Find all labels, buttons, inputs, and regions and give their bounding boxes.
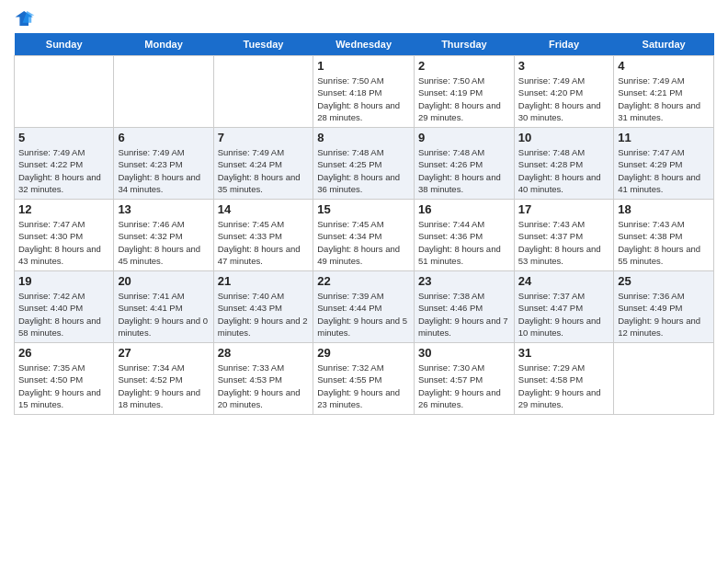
logo-icon — [14, 9, 36, 28]
day-header-thursday: Thursday — [414, 33, 514, 56]
day-number: 15 — [317, 202, 410, 216]
day-number: 17 — [518, 202, 609, 216]
day-number: 6 — [118, 131, 209, 144]
day-number: 21 — [218, 274, 310, 288]
day-header-monday: Monday — [114, 33, 213, 56]
calendar-cell: 2Sunrise: 7:50 AM Sunset: 4:19 PM Daylig… — [414, 56, 514, 128]
day-number: 3 — [518, 59, 609, 73]
day-number: 13 — [118, 202, 209, 216]
page-header — [14, 9, 714, 28]
calendar-cell — [213, 56, 313, 128]
calendar-cell: 8Sunrise: 7:48 AM Sunset: 4:25 PM Daylig… — [313, 128, 415, 200]
calendar-cell: 29Sunrise: 7:32 AM Sunset: 4:55 PM Dayli… — [313, 343, 415, 415]
calendar-cell: 5Sunrise: 7:49 AM Sunset: 4:22 PM Daylig… — [15, 128, 114, 200]
day-info: Sunrise: 7:48 AM Sunset: 4:25 PM Dayligh… — [317, 146, 410, 195]
calendar-cell: 10Sunrise: 7:48 AM Sunset: 4:28 PM Dayli… — [514, 128, 613, 200]
week-row-2: 5Sunrise: 7:49 AM Sunset: 4:22 PM Daylig… — [15, 128, 714, 200]
day-info: Sunrise: 7:47 AM Sunset: 4:29 PM Dayligh… — [618, 146, 710, 195]
week-row-5: 26Sunrise: 7:35 AM Sunset: 4:50 PM Dayli… — [15, 343, 714, 415]
calendar-cell: 14Sunrise: 7:45 AM Sunset: 4:33 PM Dayli… — [213, 200, 313, 271]
day-info: Sunrise: 7:34 AM Sunset: 4:52 PM Dayligh… — [118, 362, 209, 410]
calendar-cell: 9Sunrise: 7:48 AM Sunset: 4:26 PM Daylig… — [414, 128, 514, 200]
day-info: Sunrise: 7:32 AM Sunset: 4:55 PM Dayligh… — [317, 362, 410, 410]
day-number: 27 — [118, 346, 209, 360]
calendar-cell: 6Sunrise: 7:49 AM Sunset: 4:23 PM Daylig… — [114, 128, 213, 200]
day-info: Sunrise: 7:40 AM Sunset: 4:43 PM Dayligh… — [218, 290, 310, 339]
day-header-friday: Friday — [514, 33, 613, 56]
calendar-cell — [15, 56, 114, 128]
day-header-tuesday: Tuesday — [213, 33, 313, 56]
days-header-row: SundayMondayTuesdayWednesdayThursdayFrid… — [15, 33, 714, 56]
day-info: Sunrise: 7:38 AM Sunset: 4:46 PM Dayligh… — [418, 290, 510, 339]
day-header-sunday: Sunday — [15, 33, 114, 56]
calendar-cell: 30Sunrise: 7:30 AM Sunset: 4:57 PM Dayli… — [414, 343, 514, 415]
day-number: 23 — [418, 274, 510, 288]
day-info: Sunrise: 7:37 AM Sunset: 4:47 PM Dayligh… — [518, 290, 609, 339]
calendar-cell: 3Sunrise: 7:49 AM Sunset: 4:20 PM Daylig… — [514, 56, 613, 128]
day-number: 25 — [618, 274, 710, 288]
calendar-cell: 25Sunrise: 7:36 AM Sunset: 4:49 PM Dayli… — [614, 271, 714, 343]
day-info: Sunrise: 7:33 AM Sunset: 4:53 PM Dayligh… — [218, 362, 310, 410]
day-number: 2 — [418, 59, 510, 73]
calendar-cell: 20Sunrise: 7:41 AM Sunset: 4:41 PM Dayli… — [114, 271, 213, 343]
calendar-cell: 21Sunrise: 7:40 AM Sunset: 4:43 PM Dayli… — [213, 271, 313, 343]
calendar-cell: 27Sunrise: 7:34 AM Sunset: 4:52 PM Dayli… — [114, 343, 213, 415]
day-number: 22 — [317, 274, 410, 288]
day-info: Sunrise: 7:44 AM Sunset: 4:36 PM Dayligh… — [418, 218, 510, 267]
day-number: 26 — [18, 346, 109, 360]
day-header-saturday: Saturday — [614, 33, 714, 56]
week-row-4: 19Sunrise: 7:42 AM Sunset: 4:40 PM Dayli… — [15, 271, 714, 343]
day-number: 7 — [218, 131, 310, 144]
day-info: Sunrise: 7:29 AM Sunset: 4:58 PM Dayligh… — [518, 362, 609, 410]
calendar-cell: 26Sunrise: 7:35 AM Sunset: 4:50 PM Dayli… — [15, 343, 114, 415]
day-number: 20 — [118, 274, 209, 288]
week-row-3: 12Sunrise: 7:47 AM Sunset: 4:30 PM Dayli… — [15, 200, 714, 271]
page-container: SundayMondayTuesdayWednesdayThursdayFrid… — [0, 0, 728, 424]
calendar-cell: 12Sunrise: 7:47 AM Sunset: 4:30 PM Dayli… — [15, 200, 114, 271]
calendar-cell: 16Sunrise: 7:44 AM Sunset: 4:36 PM Dayli… — [414, 200, 514, 271]
day-info: Sunrise: 7:46 AM Sunset: 4:32 PM Dayligh… — [118, 218, 209, 267]
day-number: 31 — [518, 346, 609, 360]
day-info: Sunrise: 7:45 AM Sunset: 4:33 PM Dayligh… — [218, 218, 310, 267]
day-info: Sunrise: 7:48 AM Sunset: 4:26 PM Dayligh… — [418, 146, 510, 195]
day-number: 5 — [18, 131, 109, 144]
day-info: Sunrise: 7:49 AM Sunset: 4:24 PM Dayligh… — [218, 146, 310, 195]
day-number: 8 — [317, 131, 410, 144]
day-info: Sunrise: 7:45 AM Sunset: 4:34 PM Dayligh… — [317, 218, 410, 267]
day-info: Sunrise: 7:49 AM Sunset: 4:21 PM Dayligh… — [618, 75, 710, 123]
day-number: 14 — [218, 202, 310, 216]
logo — [14, 9, 40, 28]
day-number: 16 — [418, 202, 510, 216]
calendar-cell: 23Sunrise: 7:38 AM Sunset: 4:46 PM Dayli… — [414, 271, 514, 343]
calendar-cell: 13Sunrise: 7:46 AM Sunset: 4:32 PM Dayli… — [114, 200, 213, 271]
calendar-cell: 15Sunrise: 7:45 AM Sunset: 4:34 PM Dayli… — [313, 200, 415, 271]
day-number: 1 — [317, 59, 410, 73]
day-info: Sunrise: 7:43 AM Sunset: 4:38 PM Dayligh… — [618, 218, 710, 267]
day-number: 19 — [18, 274, 109, 288]
calendar-cell: 17Sunrise: 7:43 AM Sunset: 4:37 PM Dayli… — [514, 200, 613, 271]
day-info: Sunrise: 7:49 AM Sunset: 4:20 PM Dayligh… — [518, 75, 609, 123]
calendar-cell: 19Sunrise: 7:42 AM Sunset: 4:40 PM Dayli… — [15, 271, 114, 343]
calendar-cell — [614, 343, 714, 415]
calendar-cell: 18Sunrise: 7:43 AM Sunset: 4:38 PM Dayli… — [614, 200, 714, 271]
day-info: Sunrise: 7:43 AM Sunset: 4:37 PM Dayligh… — [518, 218, 609, 267]
day-number: 29 — [317, 346, 410, 360]
day-info: Sunrise: 7:49 AM Sunset: 4:22 PM Dayligh… — [18, 146, 109, 195]
day-number: 18 — [618, 202, 710, 216]
day-info: Sunrise: 7:50 AM Sunset: 4:19 PM Dayligh… — [418, 75, 510, 123]
day-info: Sunrise: 7:36 AM Sunset: 4:49 PM Dayligh… — [618, 290, 710, 339]
day-number: 4 — [618, 59, 710, 73]
calendar-cell: 28Sunrise: 7:33 AM Sunset: 4:53 PM Dayli… — [213, 343, 313, 415]
day-info: Sunrise: 7:49 AM Sunset: 4:23 PM Dayligh… — [118, 146, 209, 195]
day-info: Sunrise: 7:30 AM Sunset: 4:57 PM Dayligh… — [418, 362, 510, 410]
day-number: 24 — [518, 274, 609, 288]
calendar-cell: 11Sunrise: 7:47 AM Sunset: 4:29 PM Dayli… — [614, 128, 714, 200]
calendar-cell: 24Sunrise: 7:37 AM Sunset: 4:47 PM Dayli… — [514, 271, 613, 343]
day-info: Sunrise: 7:50 AM Sunset: 4:18 PM Dayligh… — [317, 75, 410, 123]
day-number: 11 — [618, 131, 710, 144]
calendar-cell — [114, 56, 213, 128]
day-number: 12 — [18, 202, 109, 216]
day-number: 9 — [418, 131, 510, 144]
calendar-table: SundayMondayTuesdayWednesdayThursdayFrid… — [14, 33, 714, 415]
day-info: Sunrise: 7:47 AM Sunset: 4:30 PM Dayligh… — [18, 218, 109, 267]
